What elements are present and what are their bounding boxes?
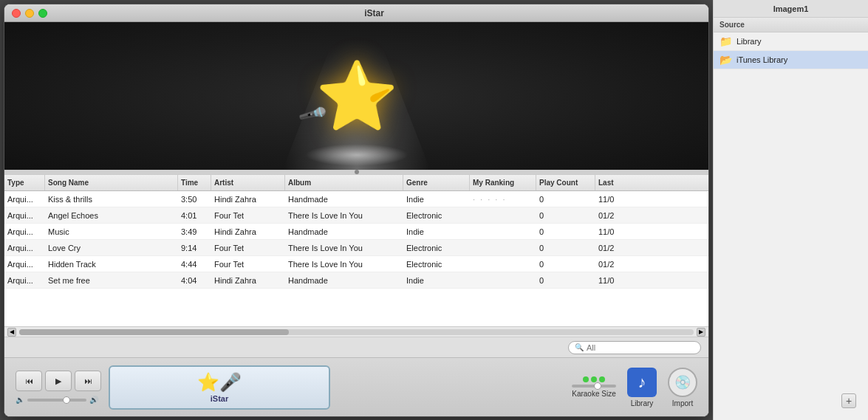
table-cell: Electronic xyxy=(403,211,470,220)
itunes-folder-icon: 📂 xyxy=(720,54,732,66)
col-playcount[interactable]: Play Count xyxy=(536,175,595,190)
import-button[interactable]: 💿 Import xyxy=(668,368,697,407)
volume-thumb[interactable] xyxy=(63,396,70,404)
volume-slider[interactable] xyxy=(27,399,86,402)
horizontal-scrollbar[interactable]: ◀ ▶ xyxy=(4,326,708,337)
col-type[interactable]: Type xyxy=(4,175,45,190)
table-cell: Hidden Track xyxy=(45,260,178,269)
col-song[interactable]: Song Name xyxy=(45,175,178,190)
scroll-right-btn[interactable]: ▶ xyxy=(697,328,705,337)
table-cell: 9:14 xyxy=(178,244,211,252)
search-wrapper[interactable]: 🔍 xyxy=(568,341,701,354)
scroll-thumb[interactable] xyxy=(19,329,289,335)
right-panel-title: Imagem1 xyxy=(773,4,809,13)
table-cell: · · · · · xyxy=(470,195,536,204)
table-cell: Indie xyxy=(403,195,470,204)
table-cell: Arqui... xyxy=(4,276,45,285)
library-icon: ♪ xyxy=(627,368,657,397)
spotlight-floor xyxy=(305,144,409,166)
source-item-library[interactable]: 📁 Library xyxy=(714,32,868,51)
search-input[interactable] xyxy=(587,343,694,352)
istar-panel: ⭐🎤 iStar xyxy=(109,365,330,410)
fast-forward-button[interactable]: ⏭ xyxy=(75,371,101,391)
istar-panel-label: iStar xyxy=(211,394,228,403)
table-cell: 0 xyxy=(536,260,595,269)
maximize-button[interactable] xyxy=(38,9,47,18)
table-cell: Hindi Zahra xyxy=(211,227,285,236)
table-row[interactable]: Arqui...Love Cry9:14Four TetThere Is Lov… xyxy=(4,240,708,256)
dot-green3 xyxy=(599,376,605,382)
karaoke-thumb[interactable] xyxy=(594,382,601,390)
table-cell: Love Cry xyxy=(45,244,178,252)
track-table: Type Song Name Time Artist Album Genre M… xyxy=(4,174,708,326)
close-button[interactable] xyxy=(12,9,21,18)
table-cell: There Is Love In You xyxy=(285,260,403,269)
table-cell: Hindi Zahra xyxy=(211,276,285,285)
table-cell: There Is Love In You xyxy=(285,211,403,220)
table-row[interactable]: Arqui...Set me free4:04Hindi ZahraHandma… xyxy=(4,272,708,289)
table-cell: Arqui... xyxy=(4,195,45,204)
table-cell: Arqui... xyxy=(4,211,45,220)
table-row[interactable]: Arqui...Music3:49Hindi ZahraHandmadeIndi… xyxy=(4,224,708,240)
volume-low-icon: 🔈 xyxy=(16,396,24,404)
source-header: Source xyxy=(714,18,868,32)
source-spacer xyxy=(714,69,868,388)
table-cell: 0 xyxy=(536,244,595,252)
right-panel: Imagem1 Source 📁 Library 📂 iTunes Librar… xyxy=(713,0,868,420)
scroll-left-btn[interactable]: ◀ xyxy=(7,328,16,337)
app-window: iStar 🎤 ⭐ Type Song Name Time Artist Alb… xyxy=(4,4,709,417)
table-row[interactable]: Arqui...Hidden Track4:44Four TetThere Is… xyxy=(4,256,708,272)
library-button[interactable]: ♪ Library xyxy=(627,368,657,407)
bottom-controls: ⏮ ▶ ⏭ 🔈 🔊 ⭐🎤 iStar xyxy=(4,357,708,416)
table-cell: Electronic xyxy=(403,244,470,252)
table-cell: Indie xyxy=(403,227,470,236)
istar-panel-icon: ⭐🎤 xyxy=(197,372,242,393)
table-body: Arqui...Kiss & thrills3:50Hindi ZahraHan… xyxy=(4,191,708,326)
import-label: Import xyxy=(672,399,693,407)
col-time[interactable]: Time xyxy=(178,175,211,190)
library-folder-icon: 📁 xyxy=(720,35,732,47)
col-ranking[interactable]: My Ranking xyxy=(470,175,536,190)
table-cell: Handmade xyxy=(285,227,403,236)
col-artist[interactable]: Artist xyxy=(211,175,285,190)
karaoke-size-button[interactable]: Karaoke Size xyxy=(572,376,616,398)
table-cell: 11/0 xyxy=(595,276,632,285)
minimize-button[interactable] xyxy=(25,9,34,18)
table-cell: Four Tet xyxy=(211,244,285,252)
add-source-button[interactable]: + xyxy=(841,393,856,408)
star-icon: ⭐ xyxy=(315,63,398,129)
table-cell: Music xyxy=(45,227,178,236)
table-row[interactable]: Arqui...Kiss & thrills3:50Hindi ZahraHan… xyxy=(4,191,708,207)
title-bar: iStar xyxy=(4,4,708,22)
karaoke-slider[interactable] xyxy=(572,385,616,388)
table-row[interactable]: Arqui...Angel Echoes4:01Four TetThere Is… xyxy=(4,207,708,224)
play-button[interactable]: ▶ xyxy=(45,371,72,391)
col-last[interactable]: Last xyxy=(595,175,632,190)
table-cell: Kiss & thrills xyxy=(45,195,178,204)
table-cell: 3:50 xyxy=(178,195,211,204)
karaoke-dots xyxy=(583,376,605,382)
playback-section: ⏮ ▶ ⏭ 🔈 🔊 xyxy=(16,371,101,404)
source-item-itunes[interactable]: 📂 iTunes Library xyxy=(714,51,868,69)
playback-buttons: ⏮ ▶ ⏭ xyxy=(16,371,101,391)
col-album[interactable]: Album xyxy=(285,175,403,190)
karaoke-label: Karaoke Size xyxy=(572,390,615,398)
col-genre[interactable]: Genre xyxy=(403,175,470,190)
volume-high-icon: 🔊 xyxy=(89,396,98,404)
table-cell: 01/2 xyxy=(595,244,632,252)
right-buttons: Karaoke Size ♪ Library 💿 Import xyxy=(572,368,697,407)
scroll-track[interactable] xyxy=(19,329,694,335)
music-note-icon: ♪ xyxy=(638,373,646,392)
table-cell: 11/0 xyxy=(595,227,632,236)
table-cell: 3:49 xyxy=(178,227,211,236)
rewind-button[interactable]: ⏮ xyxy=(16,371,42,391)
volume-control: 🔈 🔊 xyxy=(16,396,101,404)
add-button-wrapper: + xyxy=(714,388,868,420)
table-cell: Hindi Zahra xyxy=(211,195,285,204)
source-itunes-label: iTunes Library xyxy=(737,55,787,64)
table-header: Type Song Name Time Artist Album Genre M… xyxy=(4,175,708,191)
table-cell: 4:04 xyxy=(178,276,211,285)
cd-icon: 💿 xyxy=(674,374,691,390)
table-cell: 4:01 xyxy=(178,211,211,220)
dot-green1 xyxy=(583,376,589,382)
